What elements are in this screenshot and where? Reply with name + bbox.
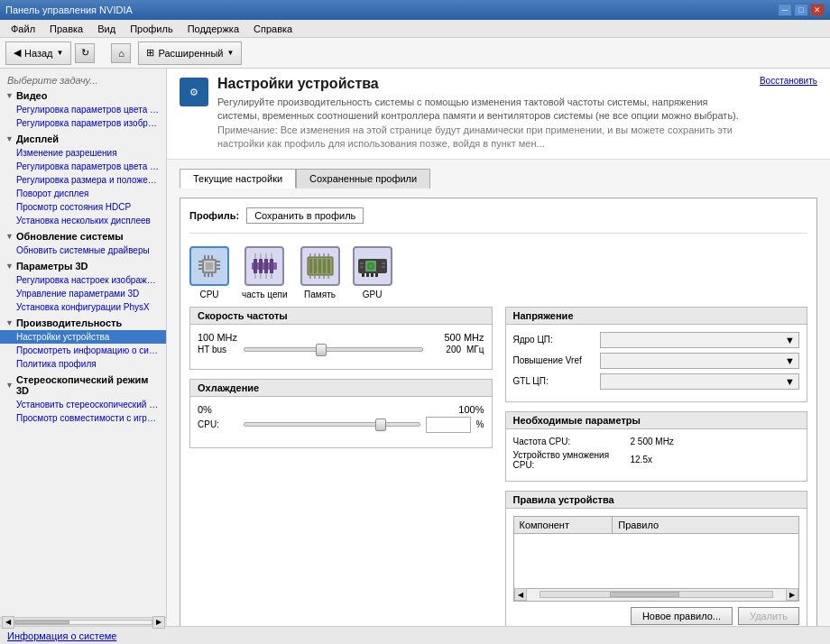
- sidebar-item-stereo-setup[interactable]: Установить стереоскопический режим 3...: [0, 398, 166, 411]
- sidebar-item-physx[interactable]: Установка конфигурации PhysX: [0, 300, 166, 314]
- scroll-track[interactable]: [540, 591, 774, 598]
- param-label-0: Частота CPU:: [513, 437, 631, 446]
- svg-rect-17: [259, 259, 263, 273]
- new-rule-button[interactable]: Новое правило...: [631, 607, 733, 625]
- close-button[interactable]: ✕: [810, 4, 825, 16]
- menu-bar: Файл Правка Вид Профиль Поддержка Справк…: [0, 20, 830, 38]
- menu-support[interactable]: Поддержка: [180, 22, 246, 36]
- sidebar-item-3d-manage[interactable]: Управление параметрами 3D: [0, 287, 166, 300]
- voltage-arrow-1: ▼: [785, 355, 795, 366]
- scroll-right-arrow[interactable]: ▶: [786, 588, 798, 601]
- component-cpu[interactable]: CPU: [189, 246, 229, 299]
- tree-expand-icon-5: ▼: [5, 318, 14, 327]
- sidebar-item-3d-image[interactable]: Регулировка настроек изображения с пр...: [0, 273, 166, 287]
- tab-saved[interactable]: Сохраненные профили: [296, 169, 430, 189]
- sidebar-item-device-settings[interactable]: Настройки устройства: [0, 330, 166, 344]
- voltage-label-2: GTL ЦП:: [513, 376, 595, 386]
- sidebar-group-update-title: ▼ Обновление системы: [0, 229, 166, 244]
- clock-section-body: 100 MHz 500 MHz HT bus 200: [190, 325, 492, 369]
- restore-button[interactable]: Восстановить: [760, 76, 817, 86]
- tab-current[interactable]: Текущие настройки: [180, 169, 296, 189]
- menu-profile[interactable]: Профиль: [123, 22, 180, 36]
- component-circuit[interactable]: часть цепи: [242, 246, 288, 299]
- sidebar-item-rotate[interactable]: Поворот дисплея: [0, 187, 166, 200]
- profile-label: Профиль:: [189, 210, 239, 221]
- svg-rect-2: [206, 262, 213, 270]
- sidebar-item-desktop-size[interactable]: Регулировка размера и положения рабо...: [0, 173, 166, 187]
- advanced-button[interactable]: ⊞ Расширенный ▼: [138, 41, 242, 65]
- voltage-dropdown-0[interactable]: ▼: [600, 332, 800, 348]
- svg-rect-31: [318, 259, 321, 273]
- content-area: ⚙ Настройки устройства Регулируйте произ…: [167, 69, 830, 626]
- menu-help[interactable]: Справка: [246, 22, 300, 36]
- gpu-icon: [353, 246, 392, 286]
- sidebar-item-game-compat[interactable]: Просмотр совместимости с играми: [0, 411, 166, 425]
- component-gpu[interactable]: GPU: [353, 246, 392, 299]
- svg-rect-51: [382, 266, 385, 268]
- system-info-link[interactable]: Информация о системе: [7, 630, 116, 641]
- svg-rect-29: [309, 259, 312, 273]
- sidebar-item-video-image[interactable]: Регулировка параметров изображения о...: [0, 116, 166, 130]
- sidebar-group-video-title: ▼ Видео: [0, 88, 166, 103]
- menu-file[interactable]: Файл: [4, 22, 42, 36]
- sidebar-group-video: ▼ Видео Регулировка параметров цвета для…: [0, 88, 166, 130]
- svg-rect-53: [366, 273, 369, 277]
- menu-edit[interactable]: Правка: [42, 22, 90, 36]
- scroll-thumb[interactable]: [610, 592, 679, 597]
- sidebar-group-stereo: ▼ Стереоскопический режим 3D Установить …: [0, 373, 166, 425]
- minimize-button[interactable]: ─: [778, 4, 792, 16]
- sidebar-item-video-color[interactable]: Регулировка параметров цвета для вид...: [0, 103, 166, 116]
- sidebar-item-profile-policy[interactable]: Политика профиля: [0, 357, 166, 371]
- sidebar-item-hdcp[interactable]: Просмотр состояния HDCP: [0, 200, 166, 214]
- sidebar-item-multi-display[interactable]: Установка нескольких дисплеев: [0, 214, 166, 227]
- sidebar-group-display-title: ▼ Дисплей: [0, 132, 166, 146]
- cooling-section: Охлаждение 0% 100% CPU:: [189, 379, 493, 448]
- sidebar-scroll-left[interactable]: ◀: [2, 616, 14, 629]
- home-button[interactable]: ⌂: [111, 43, 131, 63]
- svg-rect-16: [254, 259, 257, 273]
- title-bar-text: Панель управления NVIDIA: [5, 5, 778, 15]
- sidebar-item-system-info[interactable]: Просмотреть информацию о системе: [0, 344, 166, 357]
- sidebar-item-resolution[interactable]: Изменение разрешения: [0, 146, 166, 160]
- sidebar-group-display: ▼ Дисплей Изменение разрешения Регулиров…: [0, 132, 166, 227]
- voltage-dropdown-2[interactable]: ▼: [600, 373, 800, 390]
- svg-rect-52: [362, 273, 364, 277]
- component-memory[interactable]: Память: [300, 246, 340, 299]
- delete-button[interactable]: Удалить: [738, 607, 799, 625]
- clock-slider-track[interactable]: [244, 347, 423, 352]
- cooling-value-input[interactable]: [426, 417, 471, 433]
- sidebar-scroll-track[interactable]: [14, 620, 152, 625]
- cooling-slider-track[interactable]: [244, 422, 420, 427]
- voltage-label-1: Повышение Vref: [513, 355, 595, 365]
- clock-row-label: HT bus: [198, 345, 238, 354]
- sidebar-group-3d-title: ▼ Параметры 3D: [0, 259, 166, 273]
- menu-view[interactable]: Вид: [90, 22, 123, 36]
- sidebar-item-desktop-color[interactable]: Регулировка параметров цвета рабочего...: [0, 160, 166, 173]
- grid-icon: ⊞: [146, 47, 154, 59]
- profile-value[interactable]: Сохранить в профиль: [246, 207, 364, 224]
- sidebar-group-perf-label: Производительность: [16, 317, 122, 328]
- tabs: Текущие настройки Сохраненные профили: [180, 169, 817, 189]
- back-button[interactable]: ◀ Назад ▼: [5, 41, 71, 65]
- sidebar-item-drivers[interactable]: Обновить системные драйверы: [0, 244, 166, 257]
- sidebar-task-label: Выберите задачу...: [0, 72, 166, 88]
- cooling-slider-thumb[interactable]: [375, 419, 386, 431]
- refresh-button[interactable]: ↻: [75, 43, 95, 63]
- maximize-button[interactable]: □: [794, 4, 808, 16]
- rules-col-rule: Правило: [613, 517, 798, 533]
- cooling-section-body: 0% 100% CPU: %: [190, 397, 492, 447]
- sidebar-scroll-right[interactable]: ▶: [152, 616, 165, 629]
- svg-rect-54: [371, 273, 374, 277]
- cooling-slider-unit: %: [476, 419, 484, 429]
- sidebar-hscrollbar: ◀ ▶: [0, 617, 167, 626]
- rules-col-component: Компонент: [514, 517, 613, 533]
- page-description: Регулируйте производительность системы с…: [217, 96, 751, 152]
- profile-row: Профиль: Сохранить в профиль: [189, 207, 807, 234]
- cpu-icon: [189, 246, 229, 286]
- voltage-dropdown-1[interactable]: ▼: [600, 353, 800, 369]
- clock-slider-thumb[interactable]: [316, 344, 327, 356]
- clock-max-label: 500 MHz: [444, 332, 484, 343]
- sidebar-scroll-thumb[interactable]: [15, 621, 69, 624]
- cooling-slider-row: 0% 100% CPU: %: [198, 404, 484, 433]
- scroll-left-arrow[interactable]: ◀: [514, 588, 527, 601]
